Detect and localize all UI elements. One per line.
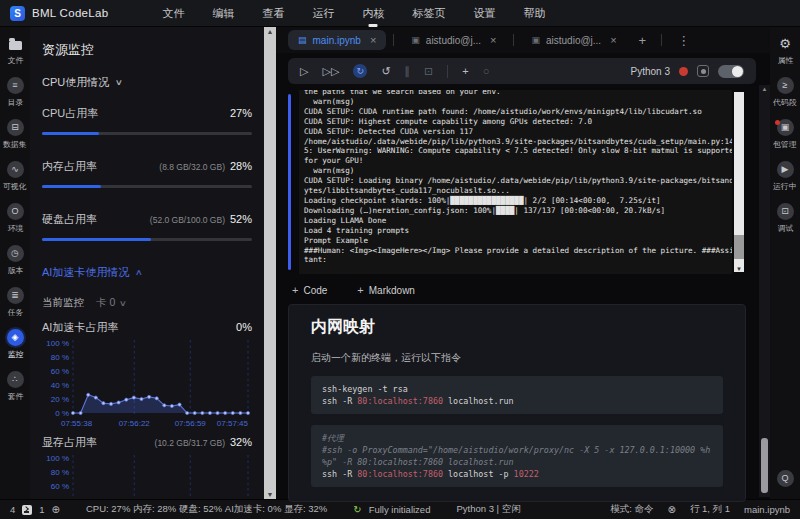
left-rail-item-6[interactable]: ≣任务 [7,287,24,319]
rail-item-label: 代码段 [773,97,796,108]
record-button[interactable]: ○ [483,65,490,77]
restart-kernel-button[interactable]: ↻ [353,64,367,78]
right-rail-item-0[interactable]: ⚙属性 [777,35,794,67]
tab-2[interactable]: ▣aistudio@j...× [521,30,626,50]
scroll-down-icon[interactable]: ▼ [264,491,276,498]
cpu-section-header[interactable]: CPU使用情况 ∨ [42,75,252,90]
rail-item-label: 数据集 [3,139,26,150]
scroll-down-icon[interactable]: ▼ [734,266,744,272]
left-rail-item-2[interactable]: ⊟数据集 [2,119,28,151]
console-line: the paths that we search based on your e… [304,90,727,97]
output-scrollbar-thumb[interactable] [734,235,744,259]
ai-usage-chart: 100 %80 %60 %40 %20 %0 %07:55:3807:56:22… [42,337,252,429]
mode-icon[interactable]: ⊗ [668,504,676,515]
menu-item-4[interactable]: 内核 [348,0,398,27]
kernel-status[interactable]: Python 3 | 空闲 [456,503,520,516]
output-scrollbar[interactable]: ▼ [734,92,744,272]
scroll-up-icon[interactable]: ▲ [759,86,770,92]
left-rail-item-0[interactable]: 文件 [7,35,24,67]
svg-text:20 %: 20 % [51,395,69,404]
ai-section-label: AI加速卡使用情况 [42,265,129,280]
kernel-icon[interactable]: ⊕ [52,504,60,515]
console-line: /home/aistudio/.data/webide/pip/lib/pyth… [304,137,727,147]
console-output: the paths that we search based on your e… [299,90,732,274]
vram-row: 显存占用率 (10.2 GB/31.7 GB) 32% [42,435,252,450]
menu-item-2[interactable]: 查看 [248,0,298,27]
app-title: BML CodeLab [32,7,108,19]
rail-item-label: 运行中 [773,181,796,192]
ai-section-header[interactable]: AI加速卡使用情况 ∧ [42,265,252,280]
console-line: tant: [304,255,727,265]
left-rail-item-7[interactable]: ◈监控 [7,329,24,361]
close-icon[interactable]: × [490,34,496,46]
rail-item-label: 监控 [7,349,23,360]
cursor-position[interactable]: 行 1, 列 1 [690,503,730,516]
markdown-cell[interactable]: 内网映射 启动一个新的终端，运行以下指令 ssh-keygen -t rsass… [288,304,746,502]
refresh-icon: ↺ [381,65,390,78]
new-tab-button[interactable]: + [631,33,655,48]
right-rail-item-2[interactable]: ▣包管理 [772,119,798,151]
card-select-dropdown[interactable]: 卡 0 ∨ [96,296,126,310]
left-rail: 文件≡目录⊟数据集∿可视化O环境◷版本≣任务◈监控∴套件 [0,27,30,499]
run-cell-button[interactable]: ▷ [300,65,308,78]
mode-toggle[interactable] [718,65,744,78]
tab-more-button[interactable]: ⋮ [669,33,698,48]
menu-item-7[interactable]: 帮助 [509,0,559,27]
menu-item-0[interactable]: 文件 [148,0,198,27]
add-cell-button[interactable]: + [462,65,468,77]
terminal-count[interactable]: 4 [10,504,15,515]
tab-separator [393,34,394,46]
left-rail-item-1[interactable]: ≡目录 [7,77,24,109]
save-button[interactable]: ⊡ [424,65,433,78]
cell-actions: + Code + Markdown [292,284,770,296]
left-rail-item-3[interactable]: ∿可视化 [2,161,28,193]
left-rail-item-5[interactable]: ◷版本 [7,245,24,277]
kernel-name[interactable]: Python 3 [631,66,670,77]
left-rail-item-8[interactable]: ∴套件 [7,371,24,403]
plus-icon: + [292,284,298,296]
right-rail-item-3[interactable]: ▶运行中 [772,161,798,193]
svg-text:07:57:45: 07:57:45 [217,419,249,428]
metric-value: 52% [230,213,252,225]
interrupt-button[interactable]: ∥ [405,65,411,78]
tab-1[interactable]: ▣aistudio@j...× [401,30,506,50]
right-rail-item-4[interactable]: ⊡调试 [777,203,794,235]
save-icon: ⊡ [424,65,433,78]
resource-usage-text: CPU: 27% 内存: 28% 硬盘: 52% AI加速卡: 0% 显存: 3… [86,503,327,516]
menu-item-5[interactable]: 标签页 [398,0,459,27]
menu-item-1[interactable]: 编辑 [198,0,248,27]
scroll-up-icon[interactable]: ▲ [264,28,276,35]
metric-progressbar [42,185,252,188]
menu-item-6[interactable]: 设置 [459,0,509,27]
collapse-output-icon[interactable] [697,65,709,77]
right-rail-item-1[interactable]: ≥代码段 [772,77,798,109]
notebook-scrollbar[interactable]: ▲ [759,85,770,497]
panel-scrollbar[interactable]: ▲ ▼ [264,27,276,499]
tabbar: ▤main.ipynb×▣aistudio@j...×▣aistudio@j..… [276,27,770,53]
menu-item-3[interactable]: 运行 [298,0,348,27]
console-line: 5: UserWarning: WARNING: Compute capabil… [304,146,727,156]
run-all-button[interactable]: ▷▷ [322,65,339,78]
notebook-scrollbar-thumb[interactable] [761,438,768,493]
close-icon[interactable]: × [610,34,616,46]
current-monitor-label: 当前监控 [42,296,84,310]
metric-label: 硬盘占用率 [42,212,97,227]
refresh-button[interactable]: ↺ [381,65,390,78]
editor-mode[interactable]: 模式: 命令 [610,503,653,516]
cell-selection-bar[interactable] [288,94,291,270]
rail-item-label: 套件 [7,391,23,402]
package-icon: ▣ [777,119,794,136]
kernel-count[interactable]: 1 [39,504,44,515]
notebook-icon: ▤ [298,35,307,45]
close-icon[interactable]: × [370,34,376,46]
add-markdown-button[interactable]: + Markdown [357,284,415,296]
right-rail-bottom-button[interactable]: Q [777,470,794,487]
ai-usage-row: AI加速卡占用率 0% [42,320,252,335]
terminal-icon[interactable] [22,505,32,515]
tab-0[interactable]: ▤main.ipynb× [288,30,386,50]
run-all-icon: ▷▷ [322,65,339,78]
svg-text:100 %: 100 % [46,454,69,463]
add-code-button[interactable]: + Code [292,284,327,296]
circle-icon: ○ [483,65,490,77]
left-rail-item-4[interactable]: O环境 [7,203,24,235]
